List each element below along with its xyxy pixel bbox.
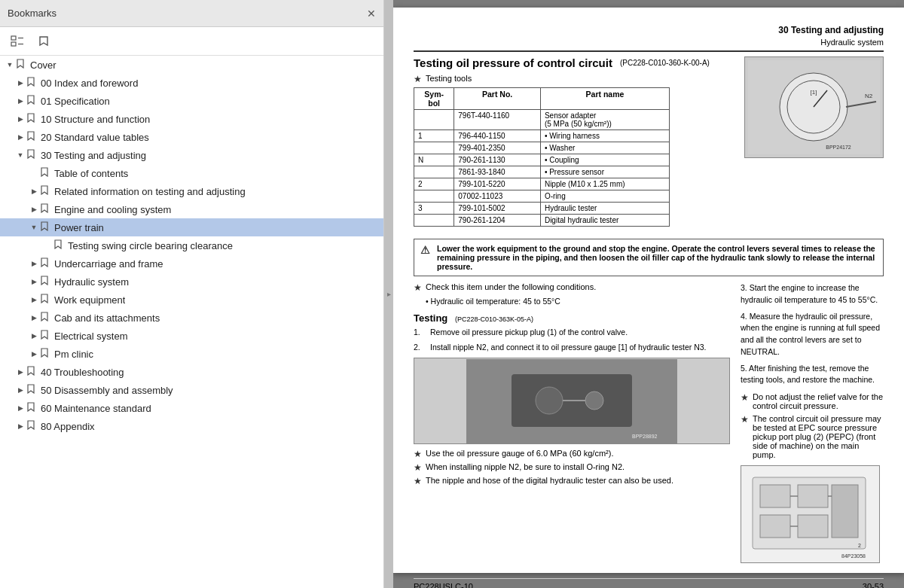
bookmark-icon-cover bbox=[17, 59, 27, 71]
col-partno: Part No. bbox=[454, 88, 541, 110]
tree-label-hydraulic: Hydraulic system bbox=[54, 276, 129, 288]
photo-diagram: 84P23058 2 bbox=[741, 465, 880, 563]
tree-item-engine[interactable]: ▶Engine and cooling system bbox=[0, 200, 383, 218]
tree-label-swing: Testing swing circle bearing clearance bbox=[68, 240, 233, 251]
svg-rect-0 bbox=[11, 36, 16, 40]
expand-icon bbox=[11, 35, 24, 47]
tree-item-struct[interactable]: ▶10 Structure and function bbox=[0, 110, 383, 128]
tree-item-swing[interactable]: Testing swing circle bearing clearance bbox=[0, 236, 383, 254]
side-note-item: 3. Start the engine to increase the hydr… bbox=[741, 282, 884, 306]
right-content: 3. Start the engine to increase the hydr… bbox=[741, 282, 884, 563]
bookmark-icon-maintenance bbox=[27, 402, 38, 414]
tree-item-related[interactable]: ▶Related information on testing and adju… bbox=[0, 182, 383, 200]
bookmark-icon-spec bbox=[27, 95, 38, 107]
tree-item-toc[interactable]: Table of contents bbox=[0, 164, 383, 182]
expand-icon-engine: ▶ bbox=[29, 206, 39, 213]
tree-item-hydraulic[interactable]: ▶Hydraulic system bbox=[0, 273, 383, 291]
tree-item-idx[interactable]: ▶00 Index and foreword bbox=[0, 74, 383, 92]
bookmark-icon-toc bbox=[41, 167, 51, 179]
steps-list: 1.Remove oil pressure pickup plug (1) of… bbox=[414, 327, 730, 354]
svg-text:2: 2 bbox=[858, 543, 861, 548]
panel-resize-handle[interactable]: ▸ bbox=[384, 0, 393, 588]
tree-item-appendix[interactable]: ▶80 Appendix bbox=[0, 417, 383, 435]
table-cell: 1 bbox=[414, 130, 454, 142]
photo-step2: BPP28892 bbox=[414, 358, 730, 444]
tree-label-spec: 01 Specification bbox=[41, 96, 110, 107]
tree-item-test[interactable]: ▼30 Testing and adjusting bbox=[0, 146, 383, 164]
expand-icon-pmclinic: ▶ bbox=[29, 350, 39, 358]
bookmark-options-button[interactable] bbox=[33, 32, 54, 50]
tree-label-struct: 10 Structure and function bbox=[41, 114, 150, 125]
star-side-notes: ★Do not adjust the relief valve for the … bbox=[741, 392, 884, 459]
tree-item-disassembly[interactable]: ▶50 Disassembly and assembly bbox=[0, 381, 383, 399]
notes-list: ★Use the oil pressure gauge of 6.0 MPa (… bbox=[414, 449, 730, 486]
svg-rect-22 bbox=[760, 515, 790, 538]
tree-item-workequip[interactable]: ▶Work equipment bbox=[0, 291, 383, 309]
svg-point-14 bbox=[536, 387, 563, 414]
chapter-title: 30 Testing and adjusting bbox=[778, 24, 884, 37]
bookmark-icon-powertrain bbox=[41, 221, 51, 233]
step-item: 2.Install nipple N2, and connect it to o… bbox=[414, 342, 730, 354]
close-button[interactable]: ✕ bbox=[367, 8, 376, 19]
title-ref: (PC228-C010-360-K-00-A) bbox=[620, 59, 710, 67]
table-cell: 799-101-5002 bbox=[454, 203, 541, 215]
table-cell: 7861-93-1840 bbox=[454, 166, 541, 178]
table-cell: • Pressure sensor bbox=[540, 166, 669, 178]
page-footer: PC228USLC-10 30-53 bbox=[414, 578, 884, 588]
tree-container: ▼Cover▶00 Index and foreword▶01 Specific… bbox=[0, 56, 383, 588]
expand-icon-struct: ▶ bbox=[15, 115, 26, 123]
expand-icon-disassembly: ▶ bbox=[15, 386, 26, 394]
expand-icon-cover: ▼ bbox=[5, 61, 15, 69]
tree-item-maintenance[interactable]: ▶60 Maintenance standard bbox=[0, 399, 383, 417]
table-cell: Sensor adapter (5 MPa (50 kg/cm²)) bbox=[540, 110, 669, 130]
svg-rect-24 bbox=[832, 485, 858, 538]
warning-text: Lower the work equipment to the ground a… bbox=[437, 244, 877, 271]
table-cell bbox=[414, 215, 454, 227]
svg-rect-21 bbox=[798, 485, 828, 507]
footer-right: 30-53 bbox=[863, 582, 884, 588]
tree-label-related: Related information on testing and adjus… bbox=[54, 186, 246, 197]
table-cell: N bbox=[414, 154, 454, 166]
tree-item-cover[interactable]: ▼Cover bbox=[0, 56, 383, 74]
section-main-title: Testing oil pressure of control circuit … bbox=[414, 56, 732, 69]
tree-label-test: 30 Testing and adjusting bbox=[41, 150, 146, 161]
tree-item-cab[interactable]: ▶Cab and its attachments bbox=[0, 309, 383, 327]
photo-gauge: [1] N2 BPP24172 bbox=[744, 56, 884, 158]
tree-item-std[interactable]: ▶20 Standard value tables bbox=[0, 128, 383, 146]
table-cell: 796T-440-1160 bbox=[454, 110, 541, 130]
tree-item-trouble[interactable]: ▶40 Troubleshooting bbox=[0, 363, 383, 381]
expand-icon-trouble: ▶ bbox=[15, 368, 26, 376]
tools-label: ★ Testing tools bbox=[414, 74, 732, 84]
bookmark-icon-test bbox=[27, 149, 38, 161]
expand-icon-test: ▼ bbox=[15, 151, 26, 159]
svg-rect-1 bbox=[11, 42, 16, 46]
side-note-item: 4. Measure the hydraulic oil pressure, w… bbox=[741, 311, 884, 358]
warning-icon: ⚠ bbox=[420, 244, 432, 256]
bookmarks-header: Bookmarks ✕ bbox=[0, 0, 383, 27]
bookmark-icon-cab bbox=[41, 312, 51, 324]
svg-text:N2: N2 bbox=[865, 93, 873, 99]
content-panel: 30 Testing and adjusting Hydraulic syste… bbox=[393, 0, 904, 588]
bookmark-icon-trouble bbox=[27, 366, 38, 378]
expand-icon-electrical: ▶ bbox=[29, 332, 39, 340]
tree-label-trouble: 40 Troubleshooting bbox=[41, 367, 124, 378]
tree-item-electrical[interactable]: ▶Electrical system bbox=[0, 327, 383, 345]
bookmark-icon-disassembly bbox=[27, 384, 38, 396]
svg-text:BPP24172: BPP24172 bbox=[826, 145, 851, 150]
table-cell: Digital hydraulic tester bbox=[540, 215, 669, 227]
tree-label-cab: Cab and its attachments bbox=[54, 312, 160, 324]
main-content-row: ★ Check this item under the following co… bbox=[414, 282, 884, 563]
tree-item-pmclinic[interactable]: ▶Pm clinic bbox=[0, 345, 383, 363]
tree-item-undercarriage[interactable]: ▶Undercarriage and frame bbox=[0, 254, 383, 273]
table-cell: • Coupling bbox=[540, 154, 669, 166]
table-cell: 790-261-1204 bbox=[454, 215, 541, 227]
tree-item-powertrain[interactable]: ▼Power train bbox=[0, 218, 383, 236]
expand-all-button[interactable] bbox=[6, 32, 29, 50]
bookmark-icon-swing bbox=[54, 239, 65, 251]
expand-icon-idx: ▶ bbox=[15, 79, 26, 87]
star-side-note-item: ★Do not adjust the relief valve for the … bbox=[741, 392, 884, 410]
tree-item-spec[interactable]: ▶01 Specification bbox=[0, 92, 383, 110]
note-item: ★Use the oil pressure gauge of 6.0 MPa (… bbox=[414, 449, 730, 459]
tree-label-std: 20 Standard value tables bbox=[41, 132, 149, 143]
star-icon-note: ★ bbox=[414, 476, 423, 486]
